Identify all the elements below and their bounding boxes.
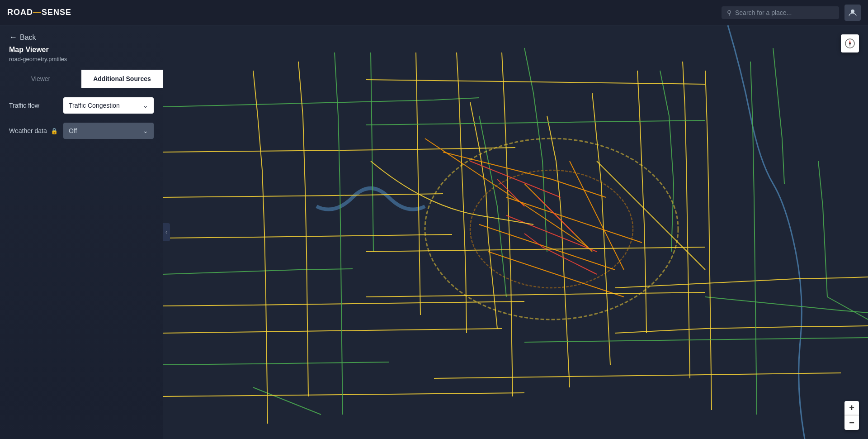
back-label: Back [20,33,36,42]
compass-button[interactable] [841,34,859,52]
weather-data-label: Weather data 🔒 [9,127,63,134]
logo-accent: — [33,8,42,17]
traffic-flow-select[interactable]: Traffic Congestion [63,97,154,114]
svg-point-8 [849,43,851,44]
search-input[interactable] [735,9,834,16]
svg-point-0 [851,10,854,13]
zoom-controls: + − [844,401,859,430]
search-icon: ⚲ [727,9,731,16]
traffic-flow-select-wrap: Traffic Congestion ⌄ [63,97,154,114]
sidebar-collapse-button[interactable]: ‹ [163,223,170,241]
traffic-flow-control: Traffic flow Traffic Congestion ⌄ [9,97,154,114]
weather-data-select[interactable]: Off [63,123,154,139]
tab-viewer[interactable]: Viewer [0,70,81,88]
weather-data-control: Weather data 🔒 Off ⌄ [9,123,154,139]
zoom-in-button[interactable]: + [844,401,859,415]
back-arrow-icon: ← [9,33,17,42]
top-navigation: ROAD—SENSE ⚲ [0,0,868,25]
app-logo: ROAD—SENSE [7,8,71,17]
back-button[interactable]: ← Back [0,25,163,46]
section-title: Map Viewer [0,46,163,56]
traffic-flow-label: Traffic flow [9,102,63,109]
search-bar[interactable]: ⚲ [722,6,839,19]
map-canvas[interactable]: + − [163,25,868,439]
lock-icon: 🔒 [51,128,58,134]
tab-additional-sources[interactable]: Additional Sources [81,70,163,88]
zoom-out-button[interactable]: − [844,415,859,430]
user-avatar-button[interactable] [844,5,861,21]
map-area: + − [163,25,868,439]
tab-bar: Viewer Additional Sources [0,70,163,88]
controls-panel: Traffic flow Traffic Congestion ⌄ Weathe… [0,88,163,148]
weather-data-select-wrap: Off ⌄ [63,123,154,139]
sidebar: ← Back Map Viewer road-geometry.pmtiles … [0,25,163,439]
file-name: road-geometry.pmtiles [0,56,163,70]
